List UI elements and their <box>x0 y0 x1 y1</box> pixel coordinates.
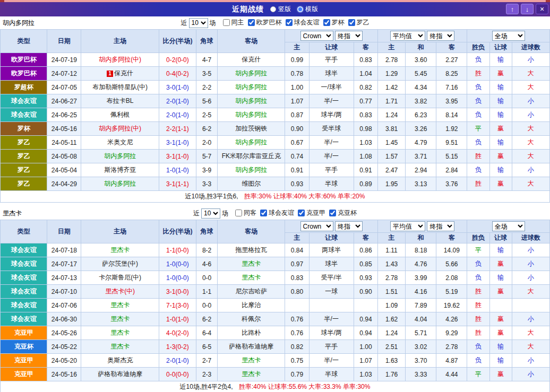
away-team[interactable]: 加拉茨钢铁 <box>235 125 267 132</box>
col-result-handicap: 让球 <box>489 42 512 53</box>
result-goals: 大 <box>512 67 549 81</box>
home-team[interactable]: 米奥文尼 <box>107 138 133 146</box>
games-count-select[interactable]: 10 <box>189 18 208 28</box>
home-team[interactable]: 里杰卡 <box>110 329 130 336</box>
team-name-label: 胡内多阿拉 <box>3 19 35 28</box>
col-home: 主场 <box>81 30 159 53</box>
away-team[interactable]: FK米耶尔库雷亚丘克 <box>222 152 281 160</box>
filter-label: 罗杯 <box>332 18 345 27</box>
home-team[interactable]: 胡内多阿拉(中) <box>99 125 141 132</box>
final-odds-select[interactable]: 终指 <box>427 221 454 231</box>
home-team[interactable]: 佩利根 <box>110 111 130 118</box>
scroll-down-button[interactable]: ↓ <box>521 4 534 14</box>
radio-vertical-layout[interactable]: 竖版 <box>270 5 291 14</box>
result-goals: 大 <box>512 136 549 150</box>
home-team[interactable]: 里杰卡(中) <box>105 288 135 295</box>
final-odds-select[interactable]: 终指 <box>427 31 454 41</box>
full-match-select[interactable]: 全场 <box>492 221 525 231</box>
match-row: 球会友谊24-06-27布拉卡BL2-0(1-0)5-6胡内多阿拉1.07半/一… <box>1 94 550 108</box>
away-team[interactable]: 科佩尔 <box>242 315 261 323</box>
avg-away: 5.15 <box>436 150 467 163</box>
filter-checkbox[interactable] <box>348 19 355 26</box>
away-team[interactable]: 萨格勒布迪纳摩 <box>229 343 273 350</box>
away-team[interactable]: 拖里格拉瓦 <box>235 246 267 254</box>
final-odds-select[interactable]: 终指 <box>335 31 363 41</box>
filter-option[interactable]: 克亚甲 <box>298 208 325 217</box>
away-team[interactable]: 里杰卡 <box>242 274 261 281</box>
away-team[interactable]: 胡内多阿拉 <box>235 111 267 118</box>
away-cell: 胡内多阿拉 <box>218 108 285 122</box>
filter-checkbox[interactable] <box>248 19 255 26</box>
away-team[interactable]: 胡内多阿拉 <box>235 69 267 77</box>
home-team[interactable]: 布加勒斯特星队(中) <box>92 83 148 91</box>
away-team[interactable]: 胡内多阿拉 <box>235 83 267 91</box>
bookmaker-select[interactable]: Crown <box>300 221 333 231</box>
filter-checkbox[interactable] <box>298 210 305 216</box>
away-team[interactable]: 胡内多阿拉 <box>235 166 267 173</box>
filter-checkbox[interactable] <box>235 210 242 216</box>
home-team[interactable]: 里杰卡 <box>110 343 130 350</box>
odds-home: 0.67 <box>285 136 309 150</box>
score-cell: 1-0(1-0) <box>159 163 196 177</box>
average-select[interactable]: 平均值 <box>390 221 425 231</box>
home-team[interactable]: 布拉卡BL <box>107 97 134 104</box>
home-team[interactable]: 里杰卡 <box>110 315 130 323</box>
filter-option[interactable]: 同主 <box>223 18 244 27</box>
col-type: 类型 <box>1 30 47 53</box>
filter-option[interactable]: 同客 <box>235 208 256 217</box>
avg-home: 2.78 <box>378 271 406 285</box>
away-team[interactable]: 里杰卡 <box>242 370 261 378</box>
filter-option[interactable]: 罗杯 <box>323 18 345 27</box>
away-team[interactable]: 比摩治 <box>242 301 261 309</box>
away-team[interactable]: 比路朴 <box>242 329 261 336</box>
filter-checkbox[interactable] <box>223 19 230 26</box>
odds-handicap: 球半 <box>309 67 354 81</box>
odds-handicap: 平手 <box>309 53 354 67</box>
away-team[interactable]: 里杰卡 <box>242 260 261 267</box>
filter-checkbox[interactable] <box>323 19 330 26</box>
date-cell: 24-05-16 <box>47 368 81 381</box>
filter-option[interactable]: 欧罗巴杯 <box>248 18 282 27</box>
home-team[interactable]: 卡尔斯鲁厄(中) <box>99 274 141 281</box>
avg-home: 1.43 <box>378 257 406 271</box>
home-team[interactable]: 胡内多阿拉 <box>104 152 136 160</box>
radio-horizontal-layout[interactable]: 横版 <box>297 5 318 14</box>
filter-checkbox[interactable] <box>260 210 267 216</box>
home-team[interactable]: 斯洛博齐亚 <box>104 166 136 173</box>
avg-draw: 3.82 <box>406 94 436 108</box>
home-team[interactable]: 萨格勒布迪纳摩 <box>98 370 142 378</box>
filter-option[interactable]: 克亚杯 <box>329 208 357 217</box>
home-team[interactable]: 萨尔茨堡(中) <box>102 260 138 267</box>
odds-handicap: 球半 <box>309 257 354 271</box>
bookmaker-select[interactable]: Crown <box>300 31 333 41</box>
filter-label: 克亚杯 <box>338 208 357 217</box>
home-team[interactable]: 里杰卡 <box>110 246 130 254</box>
scroll-up-button[interactable]: ↑ <box>506 4 519 14</box>
away-team[interactable]: 维图尔 <box>242 180 261 187</box>
home-team[interactable]: 胡内多阿拉(中) <box>99 56 141 63</box>
result-handicap: 赢 <box>489 150 512 163</box>
summary-stats: 胜率:30% 让球率:40% 大率:60% 单率:20% <box>244 193 365 200</box>
filter-option[interactable]: 球会友谊 <box>260 208 294 217</box>
away-team[interactable]: 保克什 <box>242 56 261 63</box>
home-team[interactable]: 保克什 <box>114 69 133 77</box>
avg-home: 1.76 <box>378 368 406 381</box>
filter-option[interactable]: 罗乙 <box>348 18 369 27</box>
games-count-select[interactable]: 10 <box>201 208 220 219</box>
odds-home: 0.78 <box>285 67 309 81</box>
home-team[interactable]: 奥斯杰克 <box>107 356 133 364</box>
average-select[interactable]: 平均值 <box>390 31 425 41</box>
filter-checkbox[interactable] <box>329 210 336 216</box>
home-team[interactable]: 胡内多阿拉 <box>104 180 136 187</box>
filter-option[interactable]: 球会友谊 <box>286 18 320 27</box>
filter-checkbox[interactable] <box>286 19 293 26</box>
away-team[interactable]: 胡内多阿拉 <box>235 138 267 146</box>
away-team[interactable]: 胡内多阿拉 <box>235 97 267 104</box>
close-button[interactable]: × <box>536 4 548 14</box>
league-badge: 罗乙 <box>1 163 47 177</box>
full-match-select[interactable]: 全场 <box>492 31 525 41</box>
final-odds-select[interactable]: 终指 <box>335 221 363 231</box>
away-team[interactable]: 尼尔吉哈萨 <box>235 288 267 295</box>
away-team[interactable]: 里杰卡 <box>242 356 261 364</box>
home-team[interactable]: 里杰卡 <box>110 301 130 309</box>
